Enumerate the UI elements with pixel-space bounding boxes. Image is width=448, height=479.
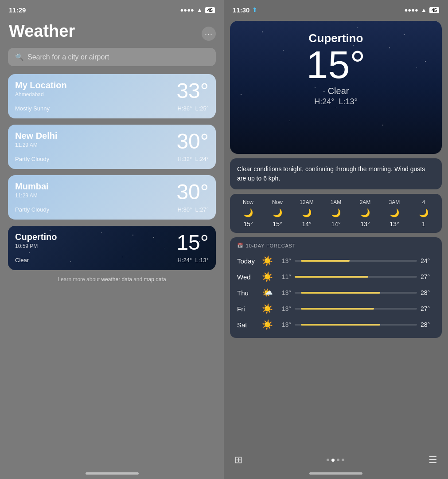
map-data-link[interactable]: map data — [144, 276, 166, 283]
detail-hl: H:24° L:13° — [239, 97, 433, 106]
weather-data-link[interactable]: weather data — [101, 276, 132, 283]
hour-label: 2AM — [360, 199, 371, 205]
hour-label: 3AM — [389, 199, 400, 205]
forecast-day: Wed — [237, 273, 257, 281]
status-left-right: 11:30 ⬆ — [233, 6, 257, 14]
forecast-low: 13° — [277, 305, 291, 312]
hour-label: 1AM — [331, 199, 342, 205]
card-condition: Partly Cloudy — [15, 206, 49, 213]
card-temp: 30° — [176, 131, 209, 152]
hour-label: Now — [272, 199, 283, 205]
dot-3 — [337, 459, 339, 461]
footer-text: Learn more about weather data and map da… — [0, 276, 224, 283]
card-condition: Clear — [15, 257, 29, 263]
detail-condition-dot: · — [323, 86, 328, 96]
hour-label: 12AM — [300, 199, 313, 205]
forecast-icon: ☀️ — [261, 255, 273, 266]
hour-icon: 🌙 — [243, 208, 253, 218]
forecast-header: 📅 10-DAY FORECAST — [237, 243, 435, 248]
location-card-new-delhi[interactable]: New Delhi 11:29 AM 30° Partly Cloudy H:3… — [8, 125, 216, 169]
forecast-icon: ☀️ — [261, 303, 273, 314]
card-city-info: Mumbai 11:29 AM — [15, 181, 49, 199]
dot-4 — [342, 459, 344, 461]
forecast-row-wed: Wed ☀️ 11° 27° — [237, 269, 435, 285]
bottom-toolbar: ⊞ ☰ — [224, 454, 448, 466]
app-title: Weather — [0, 17, 224, 48]
status-icons-left: ●●●● ▲ 45 — [180, 7, 215, 13]
hour-item-0: Now 🌙 15° — [234, 199, 263, 228]
hour-label: Now — [243, 199, 253, 205]
hour-temp: 14° — [331, 220, 340, 228]
home-indicator-left — [86, 472, 139, 475]
card-temp: 33° — [176, 80, 209, 102]
hourly-forecast: Now 🌙 15° Now 🌙 15° 12AM 🌙 14° 1AM 🌙 14°… — [230, 194, 442, 233]
hour-temp: 1 — [422, 220, 425, 228]
card-subtitle: Ahmedabad — [15, 91, 67, 98]
detail-weather-card[interactable]: Cupertino 15° · Clear H:24° L:13° — [230, 21, 442, 154]
card-footer: Clear H:24° L:13° — [15, 257, 209, 263]
ten-day-forecast: 📅 10-DAY FORECAST Today ☀️ 13° 24° Wed ☀… — [230, 237, 442, 338]
dot-2-active — [331, 459, 335, 462]
dots-indicator — [327, 459, 344, 462]
card-temp: 15° — [176, 232, 209, 253]
card-subtitle: 11:29 AM — [15, 192, 49, 199]
calendar-icon: 📅 — [237, 243, 244, 248]
map-icon[interactable]: ⊞ — [234, 454, 242, 466]
forecast-bar — [301, 308, 374, 310]
card-footer: Partly Cloudy H:32° L:24° — [15, 156, 209, 162]
hour-item-4: 2AM 🌙 13° — [351, 199, 380, 228]
forecast-low: 11° — [277, 273, 291, 280]
detail-condition: · Clear — [239, 86, 433, 96]
forecast-bar-container — [295, 260, 417, 262]
location-card-my-location[interactable]: My Location Ahmedabad 33° Mostly Sunny H… — [8, 74, 216, 118]
forecast-high: 27° — [421, 305, 435, 312]
hour-label: 4 — [422, 199, 425, 205]
forecast-day: Sat — [237, 321, 257, 329]
battery-right: 45 — [429, 7, 439, 13]
search-placeholder: Search for a city or airport — [27, 53, 109, 61]
forecast-bar-container — [295, 308, 417, 310]
hour-temp: 15° — [243, 220, 253, 228]
forecast-bar-container — [295, 276, 417, 278]
forecast-low: 13° — [277, 321, 291, 328]
card-condition: Mostly Sunny — [15, 105, 50, 112]
hour-temp: 13° — [360, 220, 370, 228]
location-card-mumbai[interactable]: Mumbai 11:29 AM 30° Partly Cloudy H:30° … — [8, 175, 216, 220]
forecast-low: 13° — [277, 257, 291, 264]
card-city-info: New Delhi 11:29 AM — [15, 131, 58, 148]
card-hl: H:30° L:27° — [178, 206, 209, 213]
status-bar-right: 11:30 ⬆ ●●●● ▲ 45 — [224, 0, 448, 17]
signal-icon: ●●●● — [180, 7, 194, 13]
more-button[interactable]: ··· — [202, 27, 216, 41]
forecast-high: 28° — [421, 321, 435, 328]
status-bar-left: 11:29 ●●●● ▲ 45 — [0, 0, 224, 17]
hour-temp: 14° — [302, 220, 311, 228]
forecast-high: 24° — [421, 257, 435, 264]
card-city: New Delhi — [15, 131, 58, 141]
location-card-cupertino[interactable]: Cupertino 10:59 PM 15° Clear H:24° L:13° — [8, 226, 216, 270]
location-icon: ⬆ — [252, 7, 257, 13]
hour-icon: 🌙 — [360, 208, 370, 218]
list-icon[interactable]: ☰ — [429, 454, 437, 466]
card-city: Cupertino — [15, 232, 57, 242]
forecast-row-sat: Sat ☀️ 13° 28° — [237, 317, 435, 333]
hour-icon: 🌙 — [419, 208, 429, 218]
forecast-icon: 🌤️ — [261, 287, 273, 298]
card-footer: Partly Cloudy H:30° L:27° — [15, 206, 209, 213]
hour-item-2: 12AM 🌙 14° — [292, 199, 321, 228]
right-panel: 11:30 ⬆ ●●●● ▲ 45 Cupertino — [224, 0, 448, 479]
hour-icon: 🌙 — [331, 208, 341, 218]
card-condition: Partly Cloudy — [15, 156, 49, 162]
forecast-bar — [301, 324, 380, 326]
forecast-high: 28° — [421, 289, 435, 296]
hour-item-5: 3AM 🌙 13° — [380, 199, 409, 228]
forecast-day: Thu — [237, 289, 257, 297]
forecast-row-today: Today ☀️ 13° 24° — [237, 253, 435, 269]
card-city: My Location — [15, 80, 67, 90]
search-icon: 🔍 — [15, 53, 24, 61]
dot-1 — [327, 459, 329, 461]
detail-temp: 15° — [239, 45, 433, 84]
hour-item-1: Now 🌙 15° — [263, 199, 292, 228]
forecast-bar-container — [295, 324, 417, 326]
search-bar[interactable]: 🔍 Search for a city or airport — [8, 48, 216, 66]
